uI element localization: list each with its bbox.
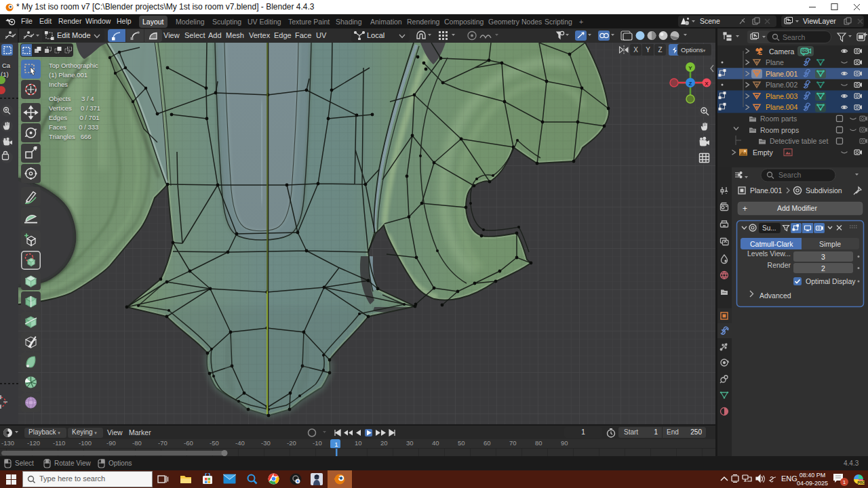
svg-text:Z: Z — [689, 81, 692, 87]
svg-text:PRO: PRO — [858, 481, 865, 485]
svg-text:-110: -110 — [53, 439, 65, 447]
svg-text:Plane.002: Plane.002 — [766, 81, 797, 89]
svg-text:Plane: Plane — [766, 58, 784, 66]
svg-text:Simple: Simple — [819, 240, 841, 248]
svg-text:60: 60 — [484, 439, 491, 447]
svg-text:Room parts: Room parts — [760, 115, 797, 123]
svg-text:-90: -90 — [106, 439, 116, 447]
svg-text:-20: -20 — [287, 439, 296, 447]
svg-text:1: 1 — [843, 479, 846, 485]
svg-text:Add Modifier: Add Modifier — [777, 204, 817, 212]
svg-text:1: 1 — [334, 441, 338, 448]
svg-text:Render: Render — [768, 261, 791, 269]
svg-text:3: 3 — [821, 253, 825, 261]
svg-text:-80: -80 — [132, 439, 142, 447]
svg-text:X: X — [705, 81, 709, 87]
svg-text:40: 40 — [432, 439, 439, 447]
svg-text:-30: -30 — [261, 439, 271, 447]
svg-text:-120: -120 — [27, 439, 40, 447]
svg-text:80: 80 — [535, 439, 542, 447]
svg-text:-10: -10 — [313, 439, 322, 447]
svg-text:-60: -60 — [184, 439, 193, 447]
svg-text:10: 10 — [355, 439, 362, 447]
svg-text:Y: Y — [688, 65, 692, 71]
svg-text:90: 90 — [561, 439, 568, 447]
svg-text:Search: Search — [778, 171, 801, 179]
svg-text:-40: -40 — [235, 439, 245, 447]
svg-text:Camera: Camera — [769, 47, 795, 56]
svg-text:Room props: Room props — [760, 126, 799, 134]
svg-text:Optimal Display: Optimal Display — [806, 277, 856, 285]
svg-text:+: + — [743, 204, 747, 214]
svg-text:-70: -70 — [158, 439, 167, 447]
svg-text:Catmull-Clark: Catmull-Clark — [750, 240, 793, 248]
svg-text:30: 30 — [406, 439, 414, 447]
svg-text:Plane.001: Plane.001 — [766, 70, 797, 78]
svg-text:Levels View...: Levels View... — [747, 249, 791, 258]
svg-text:Su...: Su... — [762, 224, 776, 232]
svg-text:Subdivision: Subdivision — [806, 186, 842, 195]
svg-text:2: 2 — [821, 264, 825, 272]
svg-text:50: 50 — [458, 439, 465, 447]
svg-text:Plane.001: Plane.001 — [750, 186, 782, 195]
svg-text:Empty: Empty — [753, 148, 774, 157]
svg-text:-50: -50 — [210, 439, 219, 447]
svg-text:-100: -100 — [79, 439, 92, 447]
svg-text:Detective table set: Detective table set — [770, 137, 828, 145]
svg-text:20: 20 — [380, 439, 388, 447]
svg-text:-130: -130 — [1, 439, 14, 447]
svg-text:Plane.004: Plane.004 — [766, 103, 797, 111]
svg-text:70: 70 — [509, 439, 517, 447]
svg-text:Advanced: Advanced — [760, 291, 791, 300]
svg-text:Plane.003: Plane.003 — [766, 92, 797, 100]
